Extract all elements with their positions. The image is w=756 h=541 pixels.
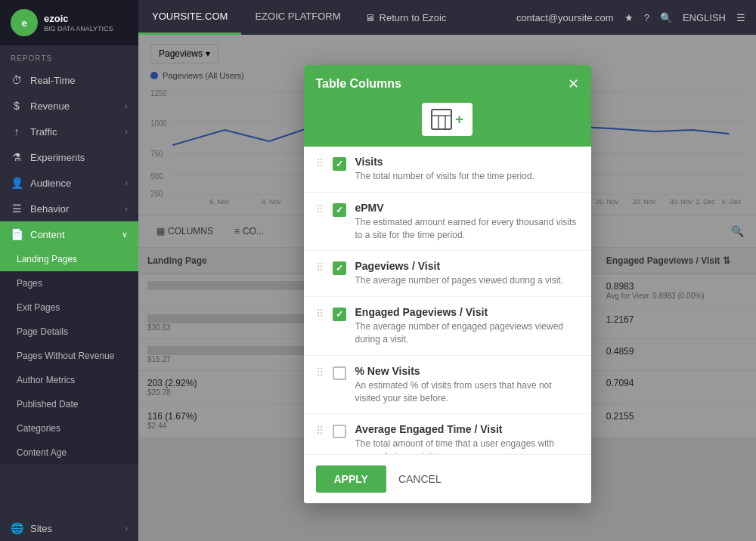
column-item-epmv: ⠿ ✓ ePMV The estimated amount earned for…: [304, 193, 591, 252]
column-item-engaged-pageviews: ⠿ ✓ Engaged Pageviews / Visit The averag…: [304, 297, 591, 356]
apply-button[interactable]: APPLY: [316, 465, 386, 493]
nav-return[interactable]: 🖥 Return to Ezoic: [355, 12, 457, 23]
sidebar-item-label: Traffic: [30, 126, 57, 138]
column-item-new-visits: ⠿ % New Visits An estimated % of visits …: [304, 356, 591, 415]
col-name-engaged: Engaged Pageviews / Visit: [355, 306, 579, 318]
sidebar-item-content-age[interactable]: Content Age: [0, 441, 138, 465]
chevron-right-icon: ›: [125, 204, 128, 213]
col-name-visits: Visits: [355, 156, 534, 168]
sidebar-item-label: Real-Time: [30, 75, 75, 86]
sidebar-item-audience[interactable]: 👤 Audience ›: [0, 170, 138, 196]
top-nav-right: contact@yoursite.com ★ ? 🔍 ENGLISH ☰: [516, 12, 756, 23]
column-item-engaged-time: ⠿ Average Engaged Time / Visit The total…: [304, 414, 591, 454]
chevron-down-icon: ∨: [122, 230, 128, 240]
sidebar-item-content[interactable]: 📄 Content ∨: [0, 221, 138, 247]
modal-title: Table Columns: [316, 77, 402, 91]
col-name-engaged-time: Average Engaged Time / Visit: [355, 423, 579, 435]
col-name-pageviews: Pageviews / Visit: [355, 260, 564, 272]
sidebar-item-categories[interactable]: Categories: [0, 416, 138, 441]
sidebar-sub-label: Published Date: [17, 399, 78, 410]
sidebar-item-published-date[interactable]: Published Date: [0, 392, 138, 416]
sidebar-item-label: Sites: [30, 523, 52, 534]
real-time-icon: ⏱: [11, 74, 23, 86]
sidebar-sub-label: Author Metrics: [17, 375, 75, 385]
svg-rect-17: [432, 110, 451, 129]
sidebar-item-traffic[interactable]: ↑ Traffic ›: [0, 119, 138, 144]
table-icon: +: [422, 103, 472, 136]
sidebar-sub-label: Landing Pages: [17, 254, 77, 264]
content-icon: 📄: [11, 228, 23, 240]
logo-sub: BIG DATA ANALYTICS: [44, 25, 113, 32]
column-item-visits: ⠿ ✓ Visits The total number of visits fo…: [304, 147, 591, 193]
sidebar-item-label: Content: [30, 229, 65, 240]
cancel-button[interactable]: CANCEL: [398, 473, 442, 485]
chevron-right-icon: ›: [125, 127, 128, 136]
modal-close-button[interactable]: ✕: [568, 76, 579, 92]
chevron-right-icon: ›: [125, 178, 128, 187]
sidebar-item-pages[interactable]: Pages: [0, 271, 138, 295]
top-nav: YOURSITE.COM EZOIC PLATFORM 🖥 Return to …: [138, 0, 756, 35]
logo-icon: e: [11, 9, 38, 36]
sidebar-sub-label: Categories: [17, 423, 60, 434]
behavior-icon: ☰: [11, 202, 23, 215]
sidebar-sub-label: Pages: [17, 278, 42, 289]
sidebar-item-real-time[interactable]: ⏱ Real-Time: [0, 67, 138, 93]
logo-area: e ezoic BIG DATA ANALYTICS: [0, 0, 138, 45]
drag-handle-new-visits[interactable]: ⠿: [316, 365, 324, 379]
drag-handle-engaged[interactable]: ⠿: [316, 306, 324, 320]
col-desc-pageviews: The average number of pages viewed durin…: [355, 274, 564, 287]
sidebar-item-experiments[interactable]: ⚗ Experiments: [0, 144, 138, 170]
checkbox-new-visits[interactable]: [333, 366, 346, 380]
table-columns-modal: Table Columns ✕ +: [304, 65, 591, 503]
chevron-right-icon: ›: [125, 101, 128, 110]
drag-handle-engaged-time[interactable]: ⠿: [316, 423, 324, 437]
checkbox-engaged-time[interactable]: [333, 425, 346, 438]
sidebar-sub-label: Pages Without Revenue: [17, 351, 114, 361]
language-selector[interactable]: ENGLISH: [683, 12, 726, 23]
sidebar-sub-label: Content Age: [17, 447, 67, 458]
search-icon[interactable]: 🔍: [660, 12, 672, 23]
sidebar-item-behavior[interactable]: ☰ Behavior ›: [0, 196, 138, 221]
chevron-right-icon: ›: [125, 524, 128, 533]
star-icon[interactable]: ★: [624, 12, 634, 23]
col-name-new-visits: % New Visits: [355, 365, 579, 377]
sidebar-item-exit-pages[interactable]: Exit Pages: [0, 295, 138, 320]
sidebar-item-page-details[interactable]: Page Details: [0, 320, 138, 344]
email-label: contact@yoursite.com: [516, 12, 614, 23]
reports-section-label: REPORTS: [0, 45, 138, 67]
sidebar: e ezoic BIG DATA ANALYTICS REPORTS ⏱ Rea…: [0, 0, 138, 541]
help-icon[interactable]: ?: [644, 12, 649, 23]
checkbox-visits[interactable]: ✓: [333, 157, 346, 171]
revenue-icon: $: [11, 100, 23, 112]
sidebar-item-landing-pages[interactable]: Landing Pages: [0, 247, 138, 271]
sidebar-sub-label: Exit Pages: [17, 302, 60, 313]
modal-icon-row: +: [304, 103, 591, 147]
sidebar-item-label: Behavior: [30, 203, 69, 215]
column-item-pageviews-per-visit: ⠿ ✓ Pageviews / Visit The average number…: [304, 251, 591, 297]
sites-icon: 🌐: [11, 522, 23, 534]
logo-name: ezoic: [44, 13, 113, 25]
drag-handle-visits[interactable]: ⠿: [316, 156, 324, 169]
plus-icon: +: [455, 112, 463, 128]
content-area: Pageviews ▾ Pageviews (All Users) 1250 1…: [138, 35, 756, 541]
sidebar-item-sites[interactable]: 🌐 Sites ›: [0, 515, 138, 541]
sidebar-item-label: Revenue: [30, 100, 70, 112]
col-desc-epmv: The estimated amount earned for every th…: [355, 216, 579, 242]
checkbox-engaged-pageviews[interactable]: ✓: [333, 308, 346, 321]
nav-ezoic-platform[interactable]: EZOIC PLATFORM: [241, 0, 354, 35]
menu-icon[interactable]: ☰: [736, 12, 745, 23]
col-desc-engaged: The average number of engaged pageviews …: [355, 320, 579, 346]
drag-handle-pageviews[interactable]: ⠿: [316, 260, 324, 274]
col-desc-engaged-time: The total amount of time that a user eng…: [355, 437, 579, 454]
checkbox-pageviews-per-visit[interactable]: ✓: [333, 261, 346, 275]
sidebar-item-label: Audience: [30, 178, 71, 189]
sidebar-item-author-metrics[interactable]: Author Metrics: [0, 368, 138, 392]
sidebar-item-pages-without-revenue[interactable]: Pages Without Revenue: [0, 344, 138, 368]
monitor-icon: 🖥: [365, 12, 375, 23]
col-desc-visits: The total number of visits for the time …: [355, 170, 534, 183]
modal-footer: APPLY CANCEL: [304, 454, 591, 503]
sidebar-item-revenue[interactable]: $ Revenue ›: [0, 93, 138, 119]
drag-handle-epmv[interactable]: ⠿: [316, 202, 324, 215]
checkbox-epmv[interactable]: ✓: [333, 203, 346, 217]
nav-yoursite[interactable]: YOURSITE.COM: [138, 0, 241, 35]
